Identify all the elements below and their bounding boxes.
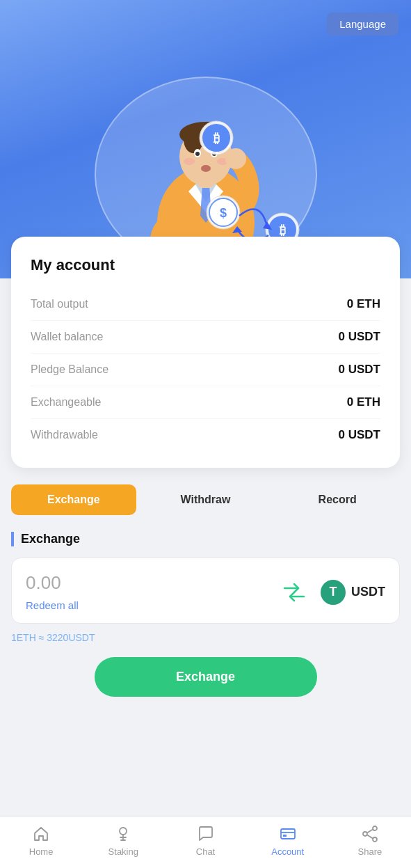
svg-text:$: $ xyxy=(219,206,226,220)
nav-item-chat[interactable]: Chat xyxy=(164,824,246,857)
exchange-amount: 0.00 xyxy=(26,572,268,594)
account-row-wallet-balance: Wallet balance 0 USDT xyxy=(31,321,380,354)
total-output-label: Total output xyxy=(31,298,88,310)
share-nav-label: Share xyxy=(358,846,382,857)
withdrawable-value: 0 USDT xyxy=(339,428,380,442)
exchangeable-value: 0 ETH xyxy=(347,395,380,409)
svg-point-29 xyxy=(120,828,127,835)
svg-point-33 xyxy=(373,826,377,830)
currency-label: USDT xyxy=(351,585,385,599)
svg-rect-32 xyxy=(283,835,287,837)
exchange-cta-button[interactable]: Exchange xyxy=(95,657,317,697)
nav-item-home[interactable]: Home xyxy=(0,824,82,857)
nav-item-staking[interactable]: Staking xyxy=(82,824,164,857)
svg-point-35 xyxy=(373,837,377,842)
account-icon xyxy=(278,824,298,844)
bottom-nav: Home Staking Chat xyxy=(0,816,411,868)
account-row-withdrawable: Withdrawable 0 USDT xyxy=(31,419,380,451)
usdt-area: T USDT xyxy=(321,580,385,605)
usdt-icon: T xyxy=(321,580,346,605)
account-card: My account Total output 0 ETH Wallet bal… xyxy=(11,237,400,468)
pledge-balance-label: Pledge Balance xyxy=(31,363,108,376)
staking-nav-label: Staking xyxy=(108,846,138,857)
total-output-value: 0 ETH xyxy=(347,297,380,311)
language-button[interactable]: Language xyxy=(327,13,398,35)
svg-point-15 xyxy=(201,165,211,172)
chat-icon xyxy=(196,824,216,844)
account-nav-label: Account xyxy=(271,846,304,857)
tabs-area: Exchange Withdraw Record xyxy=(11,484,400,515)
tab-exchange[interactable]: Exchange xyxy=(11,484,136,515)
nav-item-share[interactable]: Share xyxy=(329,824,411,857)
svg-text:₿: ₿ xyxy=(213,132,219,145)
svg-text:₿: ₿ xyxy=(279,223,285,237)
share-icon xyxy=(360,824,380,844)
home-icon xyxy=(31,824,51,844)
tab-withdraw[interactable]: Withdraw xyxy=(143,484,268,515)
withdrawable-label: Withdrawable xyxy=(31,429,98,441)
exchange-section-title: Exchange xyxy=(11,532,400,546)
chat-nav-label: Chat xyxy=(196,846,215,857)
svg-rect-30 xyxy=(281,829,295,839)
account-row-exchangeable: Exchangeable 0 ETH xyxy=(31,386,380,419)
wallet-balance-value: 0 USDT xyxy=(339,330,380,344)
exchange-box: 0.00 Redeem all T USDT xyxy=(11,558,400,624)
staking-icon xyxy=(113,824,133,844)
redeem-all-link[interactable]: Redeem all xyxy=(26,599,79,611)
svg-point-16 xyxy=(225,148,246,169)
home-nav-label: Home xyxy=(29,846,54,857)
svg-point-34 xyxy=(363,832,367,836)
svg-point-11 xyxy=(195,152,200,156)
exchangeable-label: Exchangeable xyxy=(31,396,101,409)
svg-line-37 xyxy=(367,835,373,839)
nav-item-account[interactable]: Account xyxy=(247,824,329,857)
exchange-rate: 1ETH ≈ 3220USDT xyxy=(11,632,400,643)
pledge-balance-value: 0 USDT xyxy=(339,363,380,377)
svg-point-13 xyxy=(184,158,195,165)
account-row-pledge-balance: Pledge Balance 0 USDT xyxy=(31,354,380,386)
account-row-total-output: Total output 0 ETH xyxy=(31,288,380,321)
account-title: My account xyxy=(31,256,380,274)
exchange-section: Exchange 0.00 Redeem all T USDT 1ETH ≈ 3… xyxy=(11,532,400,697)
swap-icon xyxy=(279,577,309,608)
wallet-balance-label: Wallet balance xyxy=(31,331,103,343)
tab-record[interactable]: Record xyxy=(275,484,400,515)
exchange-left: 0.00 Redeem all xyxy=(26,572,268,612)
svg-line-36 xyxy=(367,830,373,833)
